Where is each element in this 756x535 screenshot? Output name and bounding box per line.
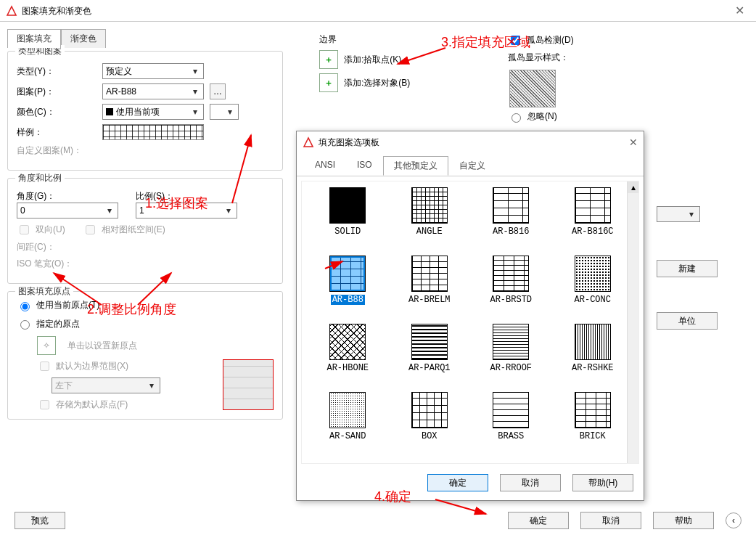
check-default-extent: 默认为边界范围(X) — [37, 359, 128, 373]
check-bidir: 双向(U) — [17, 223, 65, 237]
pattern-item[interactable]: AR-B88 — [311, 256, 385, 321]
radio-origin-current[interactable]: 使用当前原点(T) — [17, 299, 99, 311]
main-cancel-button[interactable]: 取消 — [580, 512, 641, 529]
select-obj-button[interactable]: ＋ — [319, 73, 338, 92]
combo-color-secondary[interactable]: ▾ — [210, 104, 239, 120]
chevron-down-icon: ▾ — [190, 86, 200, 97]
pattern-item[interactable]: AR-B816C — [556, 187, 630, 253]
check-island-detect[interactable]: 孤岛检测(D) — [508, 33, 574, 47]
pick-point-button[interactable]: ＋ — [319, 50, 338, 69]
plus-icon: ＋ — [324, 77, 333, 89]
browse-pattern-button[interactable]: … — [210, 83, 226, 99]
combo-pattern[interactable]: AR-B88 ▾ — [102, 83, 204, 99]
pattern-item[interactable]: AR-RSHKE — [556, 324, 630, 389]
combo-angle[interactable]: 0 ▾ — [17, 203, 118, 219]
popup-tab-ansi[interactable]: ANSI — [304, 156, 346, 176]
check-paper: 相对图纸空间(E) — [83, 223, 165, 237]
pattern-swatch — [329, 187, 366, 224]
main-ok-button[interactable]: 确定 — [508, 512, 569, 529]
expand-button[interactable]: ‹ — [726, 512, 741, 528]
scroll-up-icon[interactable]: ▴ — [628, 181, 638, 193]
pattern-label: AR-CONC — [575, 295, 611, 305]
legend-angle-scale: 角度和比例 — [15, 172, 65, 184]
pattern-swatch — [411, 392, 448, 428]
combo-unknown[interactable]: ▾ — [657, 206, 700, 222]
label-scale: 比例(S)： — [136, 190, 237, 203]
scrollbar-vertical[interactable]: ▴ — [627, 181, 638, 463]
pattern-item[interactable]: AR-PARQ1 — [393, 324, 467, 389]
pattern-palette-dialog: 填充图案选项板 ✕ ANSI ISO 其他预定义 自定义 SOLIDANGLEA… — [296, 131, 644, 501]
close-icon[interactable]: ✕ — [629, 136, 638, 148]
pattern-label: AR-B816C — [572, 226, 614, 237]
pattern-item[interactable]: AR-B816 — [474, 187, 548, 253]
main-help-button[interactable]: 帮助 — [653, 512, 714, 529]
preview-button[interactable]: 预览 — [15, 512, 65, 529]
pattern-swatch — [411, 256, 448, 292]
popup-ok-button[interactable]: 确定 — [427, 474, 488, 491]
window-title: 图案填充和渐变色 — [22, 0, 91, 22]
pattern-grid: SOLIDANGLEAR-B816AR-B816CAR-B88AR-BRELMA… — [301, 181, 639, 464]
tab-hatch[interactable]: 图案填充 — [7, 29, 61, 48]
chevron-down-icon: ▾ — [104, 205, 115, 216]
pattern-swatch — [575, 256, 611, 292]
pattern-item[interactable]: BRICK — [556, 392, 630, 457]
pattern-item[interactable]: SOLID — [311, 187, 385, 253]
combo-type[interactable]: 预定义 ▾ — [102, 63, 204, 79]
set-origin-button: ✧ — [37, 336, 56, 355]
pattern-label: AR-RROOF — [490, 363, 532, 373]
group-type-pattern: 类型和图案 类型(Y)： 预定义 ▾ 图案(P)： AR-B88 ▾ … 颜色(… — [7, 51, 283, 171]
radio-island-ignore[interactable]: 忽略(N) — [508, 110, 557, 123]
popup-tab-custom[interactable]: 自定义 — [448, 156, 496, 176]
crosshair-icon: ✧ — [43, 340, 50, 351]
label-type: 类型(Y)： — [17, 65, 96, 78]
label-gap: 间距(C)： — [17, 241, 96, 253]
pattern-label: AR-B88 — [331, 295, 365, 305]
app-icon — [303, 136, 314, 148]
color-swatch-icon — [106, 108, 113, 115]
pattern-swatch — [329, 324, 366, 360]
pattern-label: AR-HBONE — [326, 363, 369, 373]
pattern-item[interactable]: AR-HBONE — [311, 324, 385, 389]
island-style-swatch[interactable] — [509, 70, 556, 107]
combo-color[interactable]: 使用当前项 ▾ — [102, 104, 204, 120]
pattern-label: ANGLE — [416, 226, 443, 237]
unit-button[interactable]: 单位 — [657, 312, 718, 330]
pattern-label: SOLID — [334, 226, 361, 237]
pattern-item[interactable]: AR-RROOF — [474, 324, 548, 389]
popup-tab-other[interactable]: 其他预定义 — [383, 156, 448, 176]
pattern-label: AR-SAND — [329, 431, 366, 441]
pattern-item[interactable]: BOX — [393, 392, 467, 457]
new-button[interactable]: 新建 — [657, 260, 718, 277]
legend-origin: 图案填充原点 — [15, 285, 73, 298]
sample-preview[interactable] — [102, 124, 204, 140]
group-origin: 图案填充原点 使用当前原点(T) 指定的原点 ✧ 单击以设置新原点 — [7, 291, 283, 420]
popup-help-button[interactable]: 帮助(H) — [572, 474, 633, 491]
pattern-item[interactable]: BRASS — [474, 392, 548, 457]
origin-preview-icon — [223, 359, 274, 410]
chevron-down-icon: ▾ — [223, 205, 234, 216]
label-custom-pattern: 自定义图案(M)： — [17, 144, 96, 157]
pattern-swatch — [575, 187, 611, 224]
pattern-item[interactable]: AR-SAND — [311, 392, 385, 457]
close-button[interactable]: ✕ — [723, 0, 756, 22]
radio-origin-specify[interactable]: 指定的原点 — [17, 318, 80, 330]
pattern-swatch — [493, 187, 529, 224]
label-island-style: 孤岛显示样式： — [508, 52, 740, 64]
group-angle-scale: 角度和比例 角度(G)： 0 ▾ 比例(S)： 1 ▾ — [7, 178, 283, 284]
pattern-item[interactable]: ANGLE — [393, 187, 467, 253]
pattern-item[interactable]: AR-CONC — [556, 256, 630, 321]
label-angle: 角度(G)： — [17, 190, 118, 203]
pattern-label: AR-RSHKE — [572, 363, 614, 373]
popup-tab-iso[interactable]: ISO — [346, 156, 383, 176]
chevron-down-icon: ▾ — [190, 66, 200, 76]
app-icon — [6, 5, 17, 17]
check-store-default: 存储为默认原点(F) — [37, 398, 128, 412]
combo-scale[interactable]: 1 ▾ — [136, 203, 237, 219]
pattern-item[interactable]: AR-BRELM — [393, 256, 467, 321]
titlebar: 图案填充和渐变色 ✕ — [0, 0, 756, 22]
chevron-down-icon: ▾ — [190, 107, 200, 117]
pattern-item[interactable]: AR-BRSTD — [474, 256, 548, 321]
tab-gradient[interactable]: 渐变色 — [61, 29, 106, 48]
pattern-swatch — [329, 392, 366, 428]
popup-cancel-button[interactable]: 取消 — [500, 474, 561, 491]
